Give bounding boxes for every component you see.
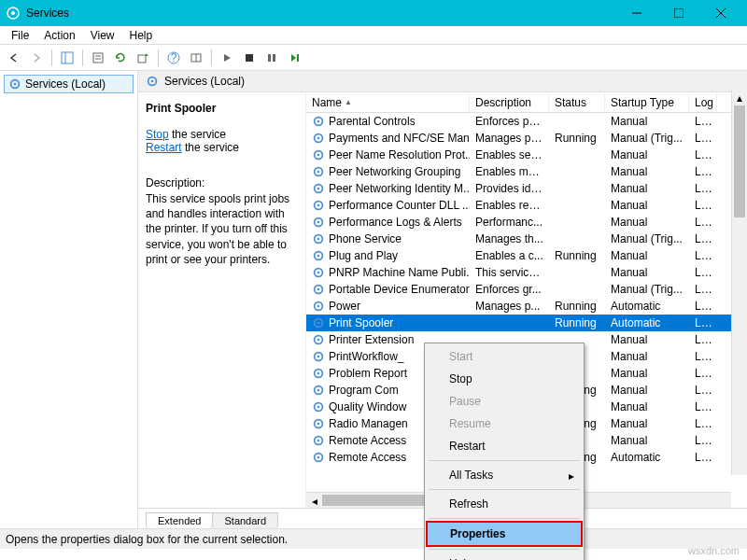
service-status bbox=[549, 238, 605, 240]
services-app-icon bbox=[6, 6, 21, 21]
service-gear-icon bbox=[312, 367, 325, 380]
service-logon: Loc bbox=[689, 164, 717, 179]
service-row[interactable]: Performance Logs & AlertsPerformanc...Ma… bbox=[306, 214, 747, 231]
service-row[interactable]: Phone ServiceManages th...Manual (Trig..… bbox=[306, 231, 747, 247]
context-properties[interactable]: Properties bbox=[426, 521, 583, 547]
services-icon bbox=[8, 77, 21, 91]
service-row[interactable]: Peer Networking Identity M...Provides id… bbox=[306, 180, 747, 197]
column-startup-type[interactable]: Startup Type bbox=[605, 93, 689, 112]
svg-point-41 bbox=[317, 255, 320, 258]
context-restart[interactable]: Restart bbox=[427, 435, 582, 457]
service-name: Peer Name Resolution Prot... bbox=[329, 148, 470, 161]
toolbar-button[interactable] bbox=[186, 48, 206, 68]
nav-services-local[interactable]: Services (Local) bbox=[4, 75, 134, 93]
service-row[interactable]: Print SpoolerRunningAutomaticLoc bbox=[306, 315, 747, 331]
menu-file[interactable]: File bbox=[4, 27, 36, 44]
column-logon[interactable]: Log bbox=[689, 93, 717, 112]
svg-rect-11 bbox=[138, 55, 146, 63]
service-startup: Automatic bbox=[605, 450, 689, 465]
context-separator bbox=[429, 549, 580, 550]
titlebar: Services bbox=[0, 0, 747, 26]
properties-button[interactable] bbox=[88, 48, 108, 68]
pause-service-button[interactable] bbox=[261, 48, 282, 68]
stop-suffix: the service bbox=[169, 128, 226, 141]
svg-rect-16 bbox=[246, 54, 253, 62]
service-startup: Manual bbox=[605, 349, 689, 364]
restart-service-button[interactable] bbox=[284, 48, 304, 68]
vertical-scrollbar[interactable]: ▴ bbox=[731, 90, 747, 475]
help-button[interactable]: ? bbox=[163, 48, 184, 68]
service-logon: Loc bbox=[689, 433, 717, 448]
service-description: Enables serv... bbox=[470, 147, 549, 162]
status-text: Opens the properties dialog box for the … bbox=[6, 533, 288, 546]
column-description[interactable]: Description bbox=[470, 93, 549, 112]
context-stop[interactable]: Stop bbox=[427, 368, 582, 390]
menu-help[interactable]: Help bbox=[122, 27, 161, 44]
svg-point-39 bbox=[317, 238, 320, 241]
svg-text:?: ? bbox=[171, 51, 177, 64]
show-hide-tree-button[interactable] bbox=[57, 48, 78, 68]
back-button[interactable] bbox=[4, 48, 24, 68]
service-startup: Automatic bbox=[605, 299, 689, 314]
tab-extended[interactable]: Extended bbox=[146, 512, 213, 528]
service-gear-icon bbox=[312, 417, 325, 430]
service-gear-icon bbox=[312, 266, 325, 279]
context-separator bbox=[429, 489, 580, 490]
context-refresh[interactable]: Refresh bbox=[427, 493, 582, 515]
window-controls bbox=[615, 0, 741, 26]
service-startup: Manual bbox=[605, 248, 689, 263]
svg-point-1 bbox=[11, 11, 15, 15]
scroll-thumb[interactable] bbox=[734, 105, 745, 217]
stop-service-button[interactable] bbox=[239, 48, 260, 68]
service-gear-icon bbox=[312, 165, 325, 178]
start-service-button[interactable] bbox=[217, 48, 237, 68]
service-startup: Manual bbox=[605, 416, 689, 431]
close-button[interactable] bbox=[699, 0, 741, 26]
refresh-button[interactable] bbox=[110, 48, 131, 68]
scroll-left-button[interactable]: ◂ bbox=[306, 493, 322, 508]
service-row[interactable]: Peer Networking GroupingEnables mul...Ma… bbox=[306, 163, 747, 180]
service-row[interactable]: Peer Name Resolution Prot...Enables serv… bbox=[306, 147, 747, 163]
service-row[interactable]: Parental ControlsEnforces pa...ManualLoc bbox=[306, 113, 747, 130]
service-startup: Manual bbox=[605, 181, 689, 196]
scroll-up-button[interactable]: ▴ bbox=[732, 90, 747, 105]
menu-view[interactable]: View bbox=[83, 27, 122, 44]
service-name: Print Spooler bbox=[329, 316, 393, 329]
maximize-button[interactable] bbox=[657, 0, 699, 26]
export-button[interactable] bbox=[133, 48, 153, 68]
forward-button[interactable] bbox=[26, 48, 47, 68]
stop-service-link[interactable]: Stop bbox=[146, 128, 169, 141]
service-startup: Manual bbox=[605, 147, 689, 162]
service-row[interactable]: Plug and PlayEnables a c...RunningManual… bbox=[306, 247, 747, 264]
service-name: Problem Report bbox=[329, 367, 407, 380]
service-row[interactable]: Portable Device Enumerator...Enforces gr… bbox=[306, 281, 747, 298]
column-status[interactable]: Status bbox=[549, 93, 605, 112]
service-gear-icon bbox=[312, 350, 325, 363]
context-all-tasks[interactable]: All Tasks▸ bbox=[427, 464, 582, 486]
service-startup: Manual bbox=[605, 198, 689, 213]
service-gear-icon bbox=[312, 148, 325, 161]
service-startup: Manual (Trig... bbox=[605, 282, 689, 297]
context-resume: Resume bbox=[427, 413, 582, 435]
service-row[interactable]: PNRP Machine Name Publi...This service .… bbox=[306, 264, 747, 281]
svg-point-49 bbox=[317, 322, 320, 325]
service-description: Enforces pa... bbox=[470, 114, 549, 129]
service-logon: Loc bbox=[689, 299, 717, 314]
service-row[interactable]: Payments and NFC/SE Man...Manages pa...R… bbox=[306, 130, 747, 147]
minimize-button[interactable] bbox=[615, 0, 657, 26]
column-name[interactable]: Name ▲ bbox=[306, 93, 470, 112]
restart-service-link[interactable]: Restart bbox=[146, 141, 182, 154]
svg-point-29 bbox=[317, 154, 320, 157]
context-help[interactable]: Help bbox=[427, 553, 582, 560]
service-status: Running bbox=[549, 131, 605, 146]
service-row[interactable]: Performance Counter DLL ...Enables rem..… bbox=[306, 197, 747, 214]
menubar: File Action View Help bbox=[0, 26, 747, 45]
tab-standard[interactable]: Standard bbox=[212, 512, 278, 528]
svg-rect-18 bbox=[273, 54, 275, 62]
svg-point-35 bbox=[317, 204, 320, 207]
service-row[interactable]: PowerManages p...RunningAutomaticLoc bbox=[306, 298, 747, 315]
service-name: Plug and Play bbox=[329, 249, 398, 262]
menu-action[interactable]: Action bbox=[36, 27, 82, 44]
svg-point-55 bbox=[317, 372, 320, 375]
toolbar-separator bbox=[51, 49, 52, 66]
